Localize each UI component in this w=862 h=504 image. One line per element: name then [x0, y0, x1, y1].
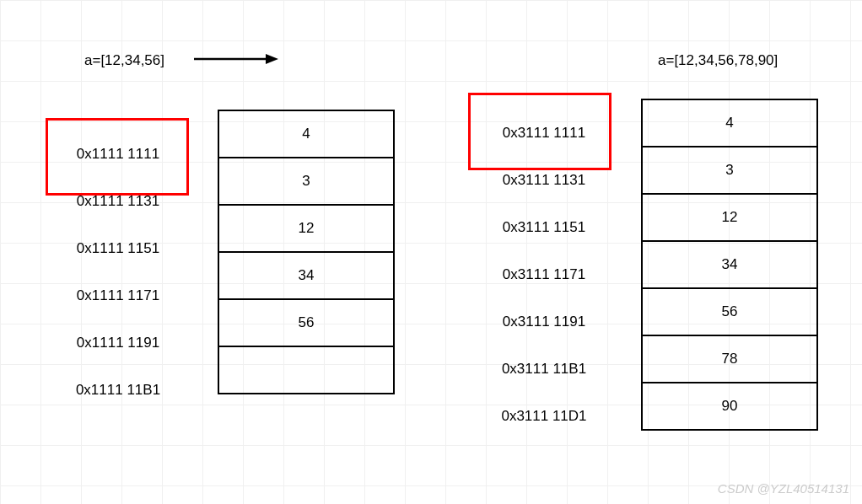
memory-stack-left: 4 3 12 34 56 [218, 110, 395, 394]
memory-cell: 12 [219, 206, 393, 253]
watermark-text: CSDN @YZL40514131 [718, 481, 849, 496]
memory-cell: 12 [643, 195, 816, 242]
address-label: 0x1111 1191 [55, 319, 181, 367]
address-label: 0x1111 11B1 [55, 367, 181, 414]
address-label: 0x1111 1151 [55, 225, 181, 272]
highlight-box-left [46, 118, 189, 196]
address-label: 0x3111 1191 [481, 298, 607, 346]
memory-stack-right: 4 3 12 34 56 78 90 [641, 99, 818, 431]
memory-cell: 3 [643, 147, 816, 195]
svg-marker-1 [266, 54, 278, 64]
highlight-box-right [468, 93, 611, 170]
memory-cell: 4 [643, 100, 816, 147]
memory-cell: 3 [219, 158, 393, 206]
memory-cell: 34 [219, 253, 393, 300]
address-label: 0x1111 1171 [55, 272, 181, 319]
memory-cell: 34 [643, 242, 816, 289]
address-label: 0x3111 1171 [481, 251, 607, 298]
memory-cell: 90 [643, 383, 816, 431]
memory-cell: 4 [219, 111, 393, 158]
memory-cell: 56 [643, 289, 816, 336]
memory-cell: 56 [219, 300, 393, 347]
variable-label-right: a=[12,34,56,78,90] [658, 52, 778, 69]
variable-label-left: a=[12,34,56] [84, 52, 164, 69]
address-label: 0x3111 1151 [481, 204, 607, 251]
memory-cell [219, 347, 393, 394]
arrow-right-icon [194, 51, 278, 67]
address-label: 0x3111 11D1 [481, 393, 607, 440]
memory-cell: 78 [643, 336, 816, 383]
address-label: 0x3111 11B1 [481, 346, 607, 393]
